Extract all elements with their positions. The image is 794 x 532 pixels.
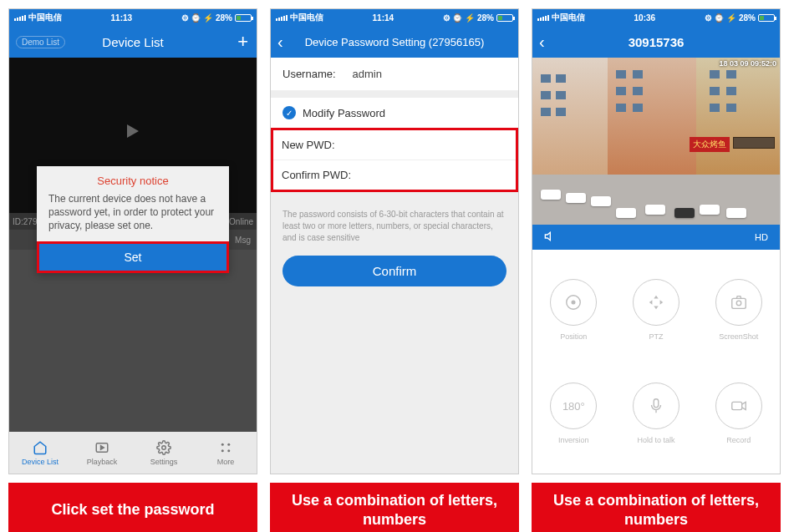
ptz-icon	[633, 279, 679, 326]
camera-live-view[interactable]: 大众烤鱼 18 03 09 09:52:0	[532, 58, 780, 225]
modal-body-text: The current device does not have a passw…	[37, 192, 229, 241]
modal-title: Security notice	[37, 166, 229, 192]
timestamp-overlay: 18 03 09 09:52:0	[719, 59, 776, 68]
live-view-body: 大众烤鱼 18 03 09 09:52:0 HD Position PTZ	[532, 58, 780, 474]
battery-icon	[496, 14, 513, 22]
svg-point-5	[227, 449, 230, 452]
record-button[interactable]: Record	[697, 362, 780, 465]
record-icon	[715, 383, 762, 429]
header: ‹ Device Password Setting (27956165)	[271, 26, 518, 58]
shop-sign: 大众烤鱼	[690, 137, 730, 152]
status-bar: 中国电信 10:36 ⚙ ⌚ ⚡ 28%	[532, 9, 780, 26]
inversion-icon: 180°	[550, 383, 597, 429]
phone-1: 中国电信 11:13 ⚙ ⌚ ⚡ 28% Demo List Device Li…	[8, 8, 257, 474]
tab-label: Settings	[150, 458, 178, 466]
page-title: Device List	[102, 35, 163, 49]
username-value: admin	[353, 68, 382, 80]
svg-point-3	[227, 443, 230, 446]
control-label: Position	[560, 332, 587, 341]
position-icon	[550, 279, 597, 326]
hd-button[interactable]: HD	[755, 232, 768, 242]
new-pwd-input[interactable]: New PWD:	[273, 130, 516, 160]
caption-2: Use a combination of letters, numbers	[270, 483, 519, 532]
carrier-label: 中国电信	[552, 12, 585, 23]
clock: 11:13	[111, 13, 133, 23]
camera-control-bar: HD	[532, 225, 780, 250]
svg-point-9	[736, 301, 741, 306]
confirm-pwd-input[interactable]: Confirm PWD:	[273, 160, 516, 190]
caption-1: Click set the password	[8, 483, 257, 532]
tab-device-list[interactable]: Device List	[9, 432, 71, 474]
status-icons: ⚙ ⌚ ⚡ 28%	[181, 13, 232, 23]
phone-3: 中国电信 10:36 ⚙ ⌚ ⚡ 28% ‹ 30915736 大众烤鱼	[532, 8, 781, 474]
svg-point-2	[221, 443, 224, 446]
check-icon: ✓	[282, 106, 296, 119]
playback-icon	[94, 439, 110, 456]
tab-label: Device List	[22, 458, 59, 466]
status-icons: ⚙ ⌚ ⚡ 28%	[705, 13, 756, 23]
back-button[interactable]: ‹	[277, 33, 283, 52]
mic-icon	[633, 383, 679, 429]
clock: 11:14	[373, 13, 394, 23]
svg-point-7	[572, 301, 575, 304]
phone-2: 中国电信 11:14 ⚙ ⌚ ⚡ 28% ‹ Device Password S…	[270, 8, 519, 474]
control-label: ScreenShot	[719, 332, 758, 341]
add-device-button[interactable]: +	[237, 31, 248, 53]
home-icon	[32, 439, 48, 456]
screenshot-button[interactable]: ScreenShot	[697, 258, 780, 362]
bottom-nav: Device List Playback Settings More	[9, 432, 257, 474]
tab-label: More	[217, 458, 235, 466]
svg-point-1	[162, 446, 166, 450]
modify-password-checkbox[interactable]: ✓ Modify Password	[271, 98, 518, 128]
control-grid: Position PTZ ScreenShot 180° Inversion H…	[532, 250, 780, 474]
password-setting-body: Username: admin ✓ Modify Password New PW…	[271, 58, 518, 474]
mute-button[interactable]	[544, 230, 557, 245]
control-label: PTZ	[649, 332, 663, 341]
position-button[interactable]: Position	[532, 258, 615, 362]
back-button[interactable]: ‹	[539, 33, 545, 52]
battery-icon	[758, 14, 775, 22]
device-list-body: ID:27956165 WLAN Online Alarm Msg Securi…	[9, 58, 257, 474]
svg-point-4	[221, 449, 224, 452]
username-label: Username:	[282, 68, 336, 80]
security-notice-modal: Security notice The current device does …	[37, 166, 229, 273]
tab-label: Playback	[87, 458, 118, 466]
gear-icon	[155, 439, 172, 456]
header: Demo List Device List +	[9, 26, 257, 58]
page-title: 30915736	[629, 35, 685, 49]
username-row: Username: admin	[271, 58, 518, 91]
inversion-button[interactable]: 180° Inversion	[532, 362, 615, 465]
carrier-label: 中国电信	[290, 12, 323, 23]
demo-list-button[interactable]: Demo List	[16, 36, 65, 48]
more-icon	[217, 439, 234, 456]
caption-3: Use a combination of letters, numbers	[532, 483, 781, 532]
modify-password-label: Modify Password	[303, 107, 385, 119]
clock: 10:36	[634, 13, 656, 23]
status-icons: ⚙ ⌚ ⚡ 28%	[443, 13, 494, 23]
svg-rect-11	[731, 402, 741, 409]
tab-settings[interactable]: Settings	[133, 432, 195, 474]
password-hint-text: The password consists of 6-30-bit charac…	[271, 192, 518, 252]
page-title: Device Password Setting (27956165)	[305, 36, 485, 48]
svg-rect-8	[731, 298, 746, 308]
set-button[interactable]: Set	[39, 244, 226, 271]
battery-icon	[235, 14, 252, 22]
ptz-button[interactable]: PTZ	[615, 258, 698, 362]
control-label: Record	[726, 436, 751, 444]
camera-icon	[715, 279, 762, 326]
control-label: Hold to talk	[637, 436, 674, 444]
confirm-button[interactable]: Confirm	[282, 256, 506, 286]
status-bar: 中国电信 11:14 ⚙ ⌚ ⚡ 28%	[271, 9, 518, 26]
carrier-label: 中国电信	[28, 12, 62, 23]
highlight-set-button: Set	[37, 241, 229, 273]
tab-more[interactable]: More	[195, 432, 257, 474]
control-label: Inversion	[558, 436, 589, 444]
svg-rect-10	[654, 399, 659, 408]
talk-button[interactable]: Hold to talk	[615, 362, 698, 465]
tab-playback[interactable]: Playback	[71, 432, 133, 474]
header: ‹ 30915736	[532, 26, 780, 58]
status-bar: 中国电信 11:13 ⚙ ⌚ ⚡ 28%	[9, 9, 257, 26]
highlight-password-fields: New PWD: Confirm PWD:	[271, 128, 518, 192]
